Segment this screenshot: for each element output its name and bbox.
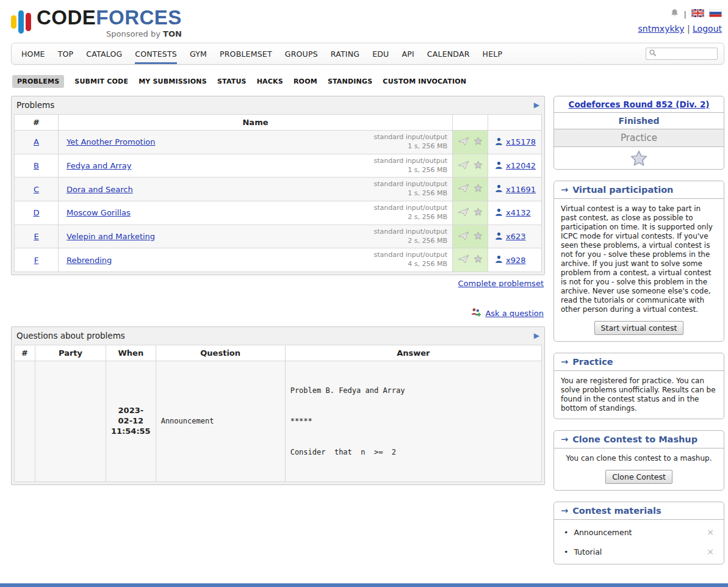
solved-person-icon [495, 255, 503, 265]
contest-status: Finished [554, 112, 724, 129]
main-column: Problems ▶ # Name [11, 96, 545, 485]
material-item: • Tutorial × [559, 542, 719, 561]
clone-contest-text: You can clone this contest to a mashup. [554, 448, 724, 469]
paper-plane-icon[interactable] [458, 160, 469, 171]
nav-item-problemset[interactable]: PROBLEMSET [220, 43, 272, 64]
favorite-star-icon[interactable] [474, 184, 483, 195]
subnav-hacks[interactable]: HACKS [257, 77, 283, 85]
questions-table-frame: Questions about problems ▶ # Party When … [11, 326, 545, 485]
collapse-arrow-icon[interactable]: ▶ [534, 331, 539, 340]
bell-icon[interactable] [670, 9, 679, 20]
problem-letter-link[interactable]: D [33, 208, 39, 217]
col-header-hash: # [15, 115, 59, 131]
subnav-problems[interactable]: PROBLEMS [12, 75, 64, 88]
nav-item-api[interactable]: API [402, 43, 414, 64]
nav-item-top[interactable]: TOP [58, 43, 74, 64]
problem-constraints: standard input/output2 s, 256 MB [373, 204, 447, 222]
nav-item-rating[interactable]: RATING [331, 43, 359, 64]
problem-letter-link[interactable]: E [34, 232, 38, 241]
codeforces-logo[interactable]: CODEFORCES Sponsored by TON [11, 7, 182, 38]
start-virtual-contest-button[interactable]: Start virtual contest [594, 321, 684, 335]
q-col-answer: Answer [285, 345, 541, 361]
material-tutorial-link[interactable]: Tutorial [574, 547, 602, 556]
problem-letter-link[interactable]: B [34, 161, 39, 170]
subnav-room[interactable]: ROOM [294, 77, 317, 85]
close-icon[interactable]: × [707, 527, 714, 537]
material-announcement-link[interactable]: Announcement [574, 528, 632, 537]
nav-item-help[interactable]: HELP [483, 43, 503, 64]
ru-flag-icon[interactable] [709, 9, 722, 19]
solved-count-link[interactable]: x12042 [506, 161, 536, 170]
arrow-icon: → [561, 185, 568, 195]
username-link[interactable]: sntmxykky [638, 24, 685, 34]
nav-item-gym[interactable]: GYM [190, 43, 207, 64]
problem-title-link[interactable]: Fedya and Array [67, 161, 131, 170]
contest-star-icon[interactable] [630, 159, 647, 168]
footer-bar [0, 583, 728, 587]
favorite-star-icon[interactable] [474, 137, 483, 148]
problem-letter-link[interactable]: A [34, 137, 39, 146]
paper-plane-icon[interactable] [458, 254, 469, 265]
nav-item-groups[interactable]: GROUPS [285, 43, 318, 64]
subnav-custom-invocation[interactable]: CUSTOM INVOCATION [383, 77, 466, 85]
paper-plane-icon[interactable] [458, 184, 469, 195]
problem-title-link[interactable]: Yet Another Promotion [67, 137, 155, 146]
q-col-question: Question [156, 345, 285, 361]
problem-letter-link[interactable]: C [34, 185, 39, 194]
paper-plane-icon[interactable] [458, 137, 469, 148]
solved-person-icon [495, 184, 503, 194]
nav-item-calendar[interactable]: CALENDAR [427, 43, 470, 64]
favorite-star-icon[interactable] [474, 160, 483, 171]
solved-person-icon [495, 232, 503, 242]
nav-item-home[interactable]: HOME [21, 43, 45, 64]
nav-item-edu[interactable]: EDU [372, 43, 389, 64]
solved-count-link[interactable]: x623 [506, 232, 526, 241]
problem-row: D Moscow Gorillas standard input/output2… [15, 201, 542, 225]
search-input[interactable] [659, 49, 715, 58]
question-party [35, 361, 106, 482]
nav-item-catalog[interactable]: CATALOG [86, 43, 122, 64]
solved-person-icon [495, 137, 503, 147]
questions-table: # Party When Question Answer [14, 345, 542, 482]
solved-count-link[interactable]: x928 [506, 256, 526, 265]
subnav-standings[interactable]: STANDINGS [328, 77, 372, 85]
uk-flag-icon[interactable] [691, 9, 704, 19]
virtual-participation-box: → Virtual participation Virtual contest … [553, 181, 724, 342]
question-when: 2023-02-12 11:54:55 [111, 406, 151, 437]
favorite-star-icon[interactable] [474, 231, 483, 242]
ask-question-link[interactable]: Ask a question [485, 309, 544, 318]
paper-plane-icon[interactable] [458, 207, 469, 218]
favorite-star-icon[interactable] [474, 207, 483, 218]
solved-count-link[interactable]: x15178 [506, 137, 536, 146]
clone-contest-button[interactable]: Clone Contest [605, 470, 672, 484]
problem-letter-link[interactable]: F [34, 256, 38, 265]
problem-row: B Fedya and Array standard input/output1… [15, 154, 542, 178]
complete-problemset-link[interactable]: Complete problemset [458, 279, 544, 288]
practice-box: → Practice You are registered for practi… [553, 353, 724, 419]
subnav-my-submissions[interactable]: MY SUBMISSIONS [139, 77, 207, 85]
arrow-icon: → [561, 434, 568, 444]
problem-title-link[interactable]: Velepin and Marketing [67, 232, 155, 241]
problem-row: C Dora and Search standard input/output1… [15, 178, 542, 201]
nav-item-contests[interactable]: CONTESTS [135, 43, 177, 64]
close-icon[interactable]: × [707, 547, 714, 556]
logout-link[interactable]: Logout [693, 24, 722, 34]
subnav-status[interactable]: STATUS [217, 77, 247, 85]
subnav-submit-code[interactable]: SUBMIT CODE [74, 77, 128, 85]
problem-title-link[interactable]: Moscow Gorillas [67, 208, 131, 217]
contest-title-link[interactable]: Codeforces Round 852 (Div. 2) [569, 99, 710, 109]
solved-person-icon [495, 161, 503, 171]
problem-title-link[interactable]: Rebrending [67, 256, 112, 265]
question-text: Announcement [161, 417, 214, 425]
bullet-icon: • [564, 528, 568, 537]
arrow-icon: → [561, 506, 568, 516]
solved-count-link[interactable]: x4132 [506, 208, 531, 217]
problem-title-link[interactable]: Dora and Search [67, 185, 133, 194]
paper-plane-icon[interactable] [458, 231, 469, 242]
solved-count-link[interactable]: x11691 [506, 185, 536, 194]
clone-contest-box: → Clone Contest to Mashup You can clone … [553, 430, 724, 491]
collapse-arrow-icon[interactable]: ▶ [534, 101, 539, 109]
problem-constraints: standard input/output2 s, 256 MB [373, 228, 447, 246]
favorite-star-icon[interactable] [474, 254, 483, 265]
problem-constraints: standard input/output1 s, 256 MB [373, 133, 447, 151]
